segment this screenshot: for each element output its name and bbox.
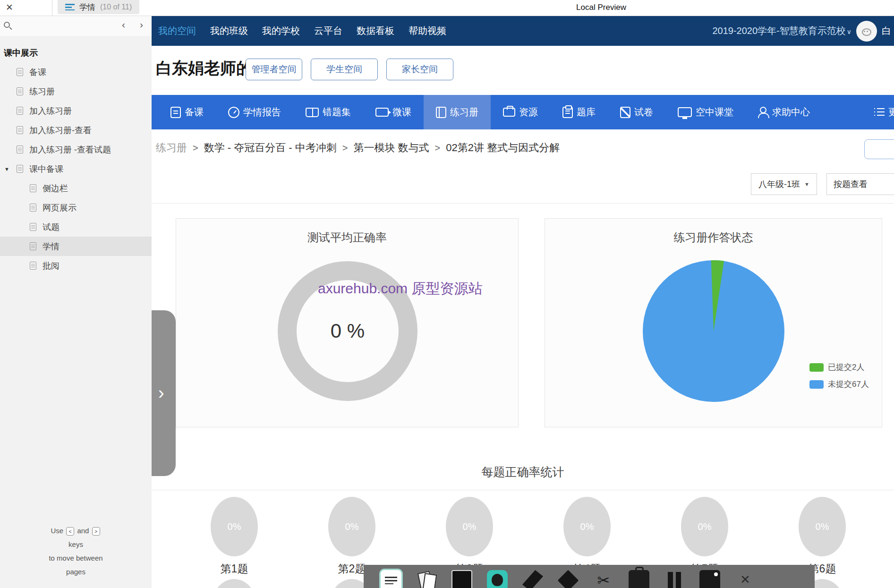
breadcrumb-segment[interactable]: 02第2讲 整式与因式分解 (446, 141, 560, 155)
sidebar-item-shiti[interactable]: 试题 (0, 217, 152, 237)
menu-beike[interactable]: 备课 (158, 95, 216, 129)
sidebar-item-piyue[interactable]: 批阅 (0, 256, 152, 275)
menu-cuotiji[interactable]: 错题集 (293, 95, 363, 129)
page-tab[interactable]: 学情 (10 of 11) (58, 0, 139, 14)
menu-lianxice-active[interactable]: 练习册 (424, 95, 491, 129)
breadcrumb: 练习册 > 数学 - 夺冠百分百 - 中考冲刺 > 第一模块 数与式 > 02第… (156, 141, 560, 155)
close-icon[interactable]: ✕ (6, 2, 13, 13)
menu-xueqing-baogao[interactable]: 学情报告 (216, 95, 293, 129)
clipped-edge-button[interactable] (864, 139, 894, 159)
menu-kongzhong-ketang[interactable]: 空中课堂 (665, 95, 746, 129)
chevron-right-icon[interactable]: › (140, 19, 143, 30)
breadcrumb-segment[interactable]: 第一模块 数与式 (353, 141, 429, 155)
diamond-tool-icon[interactable] (558, 570, 579, 588)
student-space-button[interactable]: 学生空间 (311, 59, 378, 80)
nav-cloud-platform[interactable]: 云平台 (314, 25, 342, 37)
clipboard-icon (562, 107, 573, 118)
sidebar-item-label: 练习册 (29, 86, 55, 97)
admin-space-button[interactable]: 管理者空间 (246, 59, 302, 80)
menu-ziyuan[interactable]: 资源 (491, 95, 550, 129)
breadcrumb-segment[interactable]: 数学 - 夺冠百分百 - 中考冲刺 (204, 141, 337, 155)
list-icon (874, 107, 885, 118)
parent-space-button[interactable]: 家长空间 (386, 59, 453, 80)
avatar[interactable] (856, 21, 877, 42)
divider (152, 490, 894, 490)
class-select-value: 八年级-1班 (758, 179, 800, 190)
nav-my-space[interactable]: 我的空间 (158, 25, 196, 37)
class-select-dropdown[interactable]: 八年级-1班 ▼ (751, 173, 817, 195)
sidebar-item-cebianlan[interactable]: 侧边栏 (0, 179, 152, 198)
nav-my-school[interactable]: 我的学校 (262, 25, 300, 37)
search-icon[interactable] (4, 22, 10, 28)
legend-swatch-green (809, 363, 824, 372)
page-icon (17, 68, 23, 76)
sidebar-item-jiaru-lianxice[interactable]: 加入练习册 (0, 101, 152, 120)
sidebar-item-label: 加入练习册 (29, 105, 72, 117)
question-circle-1: 0% (211, 497, 258, 556)
teal-app-icon[interactable] (487, 570, 508, 588)
sidebar-item-label: 侧边栏 (43, 183, 68, 194)
divider (52, 0, 52, 16)
black-screen-icon[interactable] (451, 570, 472, 588)
school-year-dropdown[interactable]: 2019-2020学年-智慧教育示范校∨ (712, 25, 851, 37)
sidebar-item-label: 试题 (43, 222, 60, 233)
avg-accuracy-title: 测试平均正确率 (176, 230, 518, 245)
sidebar-collapse-handle[interactable]: › (152, 310, 176, 476)
legend-label: 已提交2人 (828, 362, 864, 373)
pen-tool-icon[interactable] (522, 570, 543, 588)
scissors-icon[interactable]: ✂ (593, 570, 614, 588)
sidebar-item-label: 备课 (29, 67, 46, 78)
app-launcher-icon[interactable] (381, 570, 401, 588)
sidebar-item-wangye-zhanshi[interactable]: 网页展示 (0, 198, 152, 217)
screen-capture-toolbar: ✂ ✕ (364, 565, 815, 588)
camera-icon[interactable] (699, 570, 720, 588)
menu-shijuan[interactable]: 试卷 (608, 95, 665, 129)
legend-row-unsubmitted[interactable]: 未提交67人 (809, 379, 869, 390)
menu-more[interactable]: 更 (862, 95, 894, 129)
view-by-question-button[interactable]: 按题查看 (826, 173, 894, 195)
menu-label: 题库 (577, 106, 596, 119)
menu-weike[interactable]: 微课 (363, 95, 424, 129)
documents-icon[interactable] (416, 570, 437, 588)
breadcrumb-row: 练习册 > 数学 - 夺冠百分百 - 中考冲刺 > 第一模块 数与式 > 02第… (152, 129, 894, 165)
sidebar-item-kezhong-beike[interactable]: ▼课中备课 (0, 159, 152, 179)
space-header: 白东娟老师的空间 管理者空间 学生空间 家长空间 (152, 46, 894, 95)
page-icon (17, 145, 23, 153)
sidebar-item-beike[interactable]: 备课 (0, 62, 152, 82)
question-circle-6: 0% (799, 497, 846, 556)
page-tab-title: 学情 (79, 2, 95, 13)
question-circle-4: 0% (563, 497, 611, 556)
pages-sidebar: ‹ › 课中展示 备课 练习册 加入练习册 加入练习册-查看 加入练习册 -查看… (0, 16, 152, 588)
legend-row-submitted[interactable]: 已提交2人 (809, 362, 869, 373)
sidebar-item-lianxice[interactable]: 练习册 (0, 82, 152, 101)
page-icon (17, 87, 23, 95)
sidebar-item-jiaru-chakan-shiti[interactable]: 加入练习册 -查看试题 (0, 140, 152, 159)
pen-icon (620, 107, 630, 118)
expand-caret-icon[interactable]: ▼ (4, 166, 9, 172)
menu-qiuzhu-zhongxin[interactable]: 求助中心 (746, 95, 822, 129)
breadcrumb-root[interactable]: 练习册 (156, 141, 187, 155)
sidebar-item-label: 学情 (43, 241, 60, 252)
sitemap-icon[interactable] (65, 4, 75, 10)
bag-icon[interactable] (629, 570, 649, 588)
nav-my-class[interactable]: 我的班级 (210, 25, 248, 37)
nav-help-videos[interactable]: 帮助视频 (409, 25, 446, 37)
sidebar-item-jiaru-chakan[interactable]: 加入练习册-查看 (0, 120, 152, 140)
sidebar-item-xueqing-selected[interactable]: 学情 (0, 237, 152, 256)
close-toolbar-icon[interactable]: ✕ (735, 570, 756, 588)
menu-label: 试卷 (634, 106, 653, 119)
chevron-down-icon: ∨ (847, 28, 851, 35)
menu-label: 求助中心 (772, 106, 810, 119)
local-preview-label: Local Preview (576, 3, 626, 12)
menu-label: 微课 (392, 106, 411, 119)
clock-icon (228, 107, 239, 118)
question-circle-3: 0% (446, 497, 493, 556)
menu-tiku[interactable]: 题库 (550, 95, 608, 129)
bars-icon[interactable] (664, 570, 685, 588)
menu-label: 更 (888, 106, 894, 119)
page-icon (30, 262, 36, 270)
sidebar-item-label: 网页展示 (43, 202, 77, 213)
chevron-left-icon[interactable]: ‹ (122, 19, 125, 30)
preview-top-strip: ✕ 学情 (10 of 11) Local Preview (0, 0, 894, 16)
nav-data-dashboard[interactable]: 数据看板 (357, 25, 394, 37)
